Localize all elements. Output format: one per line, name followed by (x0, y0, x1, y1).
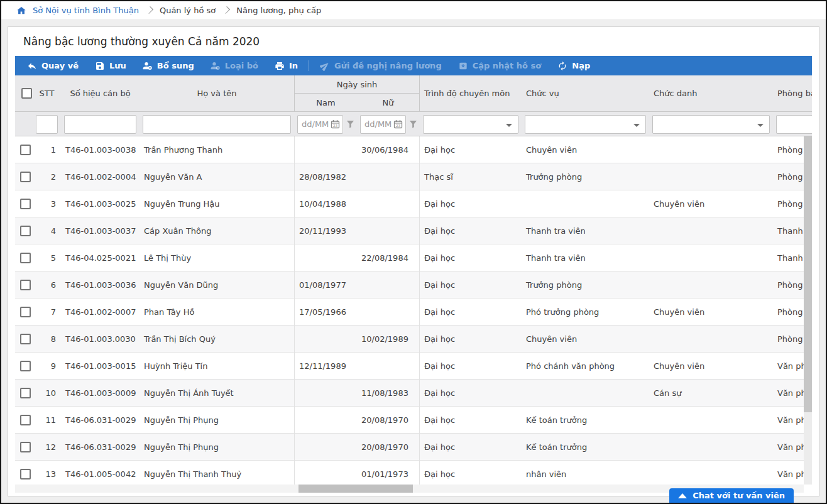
table-row[interactable]: 1 T46-01.003-0038 Trần Phương Thanh 30/0… (15, 136, 812, 163)
table-row[interactable]: 7 T46-01.002-0007 Phan Tây Hồ 17/05/1966… (15, 299, 812, 326)
calendar-icon[interactable]: 23 (331, 119, 340, 129)
cell-dob-nu: 30/06/1984 (357, 136, 420, 163)
chevron-down-icon (506, 124, 512, 127)
filter-stt-input[interactable] (36, 115, 58, 134)
cell-stt: 7 (33, 299, 61, 325)
chevron-right-icon (224, 7, 228, 14)
column-header-dob-nu[interactable]: Nữ (357, 94, 419, 111)
app-window: Sở Nội vụ tỉnh Bình Thuận Quản lý hồ sơ … (0, 0, 827, 504)
cell-stt: 3 (33, 190, 61, 217)
filter-dob-nu-date-input[interactable]: dd/MM 23 (360, 115, 406, 134)
toolbar: Quay về Lưu Bổ sung Loại bỏ In (15, 56, 812, 75)
column-header-position[interactable]: Chức vụ (522, 75, 649, 111)
row-checkbox[interactable] (20, 415, 31, 425)
column-header-dob-group[interactable]: Ngày sinh (295, 75, 419, 94)
back-button[interactable]: Quay về (19, 56, 87, 75)
table-row[interactable]: 3 T46-01.003-0025 Nguyễn Trung Hậu 10/04… (15, 190, 812, 217)
filter-funnel-icon[interactable] (346, 119, 355, 129)
row-checkbox[interactable] (20, 388, 31, 398)
table-body: 1 T46-01.003-0038 Trần Phương Thanh 30/0… (15, 136, 812, 485)
column-header-department[interactable]: Phòng ban (773, 75, 812, 111)
person-add-icon (143, 61, 153, 71)
horizontal-scrollbar-thumb[interactable] (298, 485, 413, 493)
row-checkbox[interactable] (20, 307, 31, 317)
row-checkbox[interactable] (20, 442, 31, 452)
column-header-title[interactable]: Chức danh (649, 75, 773, 111)
table-row[interactable]: 13 T46-01.005-0042 Nguyễn Thị Thanh Thuỷ… (15, 461, 812, 485)
filter-position-select[interactable] (525, 115, 646, 134)
reload-button[interactable]: Nạp (549, 56, 598, 75)
home-icon[interactable] (16, 6, 26, 16)
cell-title (649, 136, 773, 163)
row-checkbox[interactable] (20, 199, 31, 209)
cell-dob-nam (294, 407, 357, 433)
cell-degree: Đại học (420, 326, 522, 352)
save-button[interactable]: Lưu (87, 56, 134, 75)
row-checkbox[interactable] (20, 226, 31, 236)
row-checkbox[interactable] (20, 172, 31, 182)
filter-dob-nam-date-input[interactable]: dd/MM 23 (297, 115, 343, 134)
table-row[interactable]: 6 T46-01.003-0036 Nguyễn Văn Dũng 01/08/… (15, 271, 812, 299)
row-checkbox[interactable] (20, 361, 31, 371)
cell-stt: 4 (33, 217, 61, 244)
row-checkbox[interactable] (20, 469, 31, 479)
cell-dob-nam: 28/08/1982 (294, 163, 357, 190)
calendar-icon[interactable]: 23 (393, 119, 403, 129)
cell-stt: 11 (33, 407, 61, 433)
cell-dob-nu: 20/08/1970 (357, 407, 420, 433)
table-row[interactable]: 2 T46-01.002-0004 Nguyễn Văn A 28/08/198… (15, 163, 812, 190)
refresh-icon (557, 61, 567, 71)
table-row[interactable]: 12 T46-06.031-0029 Nguyễn Thị Phụng 20/0… (15, 434, 812, 461)
cell-position: Chuyên viên (522, 326, 649, 352)
add-person-button[interactable]: Bổ sung (134, 56, 202, 75)
filter-title-select[interactable] (652, 115, 770, 134)
row-checkbox[interactable] (20, 145, 31, 155)
cell-dob-nu (357, 217, 420, 244)
vertical-scrollbar-thumb[interactable] (804, 136, 812, 412)
row-checkbox[interactable] (20, 253, 31, 263)
filter-funnel-icon[interactable] (408, 119, 418, 129)
cell-code: T46-01.003-0015 (61, 353, 140, 379)
cell-name: Nguyễn Thị Ánh Tuyết (140, 380, 294, 406)
cell-dob-nam (294, 380, 357, 406)
print-icon (275, 61, 285, 71)
column-header-code[interactable]: Số hiệu cán bộ (61, 75, 140, 111)
filter-degree-select[interactable] (423, 115, 518, 134)
filter-code-input[interactable] (64, 115, 136, 134)
row-checkbox[interactable] (20, 280, 31, 290)
table-row[interactable]: 10 T46-01.003-0009 Nguyễn Thị Ánh Tuyết … (15, 380, 812, 407)
print-button[interactable]: In (266, 56, 306, 75)
cell-title (649, 326, 773, 352)
cell-degree: Đại học (420, 136, 522, 163)
chat-support-button[interactable]: Chat với tư vấn viên (669, 488, 794, 503)
cell-dob-nu (357, 190, 420, 217)
column-header-degree[interactable]: Trình độ chuyên môn (420, 75, 522, 111)
table-row[interactable]: 5 T46-04.025-0021 Lê Thị Thùy 22/08/1984… (15, 244, 812, 271)
cell-name: Cáp Xuân Thông (140, 217, 294, 244)
cell-dob-nam (294, 461, 357, 485)
select-all-checkbox[interactable] (21, 88, 32, 99)
svg-text:23: 23 (333, 124, 337, 128)
column-header-name[interactable]: Họ và tên (140, 75, 294, 111)
table-row[interactable]: 11 T46-06.031-0029 Nguyễn Thị Phụng 20/0… (15, 407, 812, 434)
breadcrumb-link-so-noi-vu[interactable]: Sở Nội vụ tỉnh Bình Thuận (33, 6, 139, 15)
filter-department-input[interactable] (776, 115, 812, 134)
table-row[interactable]: 4 T46-01.003-0037 Cáp Xuân Thông 20/11/1… (15, 217, 812, 244)
cell-dob-nam (294, 434, 357, 460)
cell-dob-nu: 10/02/1989 (357, 326, 420, 352)
row-checkbox[interactable] (20, 334, 31, 344)
filter-name-input[interactable] (143, 115, 291, 134)
data-grid: STT Số hiệu cán bộ Họ và tên Ngày sinh N… (15, 75, 812, 496)
cell-code: T46-01.003-0036 (61, 271, 140, 298)
vertical-scrollbar[interactable] (804, 136, 812, 485)
cell-code: T46-01.003-0009 (61, 380, 140, 406)
cell-dob-nam: 12/11/1989 (294, 353, 357, 379)
table-row[interactable]: 8 T46-01.003.0030 Trần Thị Bích Quý 10/0… (15, 326, 812, 353)
cell-position: Kế toán trưởng (522, 434, 649, 460)
back-icon (27, 61, 37, 71)
column-header-dob-nam[interactable]: Nam (295, 94, 357, 111)
column-header-stt[interactable]: STT (33, 75, 61, 111)
cell-stt: 6 (33, 271, 61, 298)
table-row[interactable]: 9 T46-01.003-0015 Huỳnh Triệu Tín 12/11/… (15, 353, 812, 380)
cell-code: T46-04.025-0021 (61, 244, 140, 271)
